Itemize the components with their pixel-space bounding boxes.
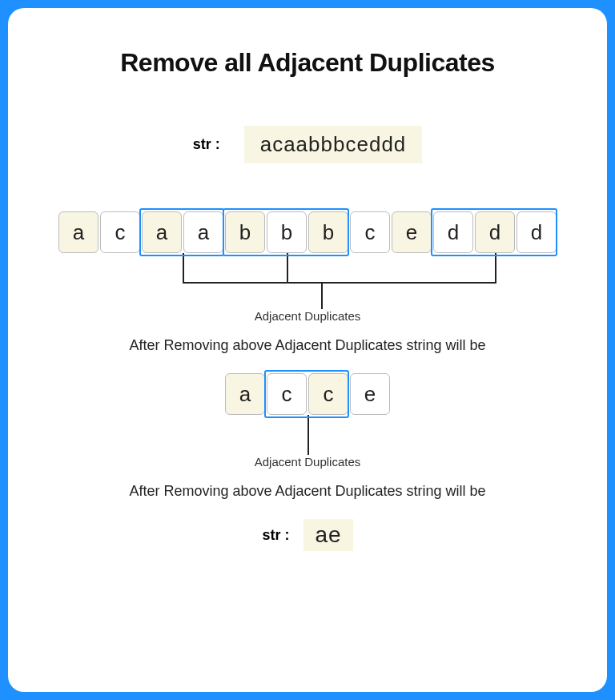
page-title: Remove all Adjacent Duplicates — [32, 48, 583, 78]
connector-vertical — [287, 253, 288, 282]
connector-vertical — [183, 253, 184, 282]
input-value-box: acaabbbceddd — [244, 126, 423, 163]
diagram-frame: Remove all Adjacent Duplicates str : aca… — [8, 8, 607, 692]
duplicate-group-box — [223, 208, 349, 256]
connector-vertical — [495, 253, 496, 282]
output-string-line: str : ae — [32, 519, 583, 551]
row2-connectors — [32, 415, 583, 455]
char-row-2: acce — [224, 373, 391, 415]
duplicate-group-box — [139, 208, 224, 256]
connector-stem — [321, 282, 323, 309]
char-cell: a — [58, 211, 98, 253]
connector-stem — [308, 436, 309, 455]
char-row-1: acaabbbceddd — [58, 211, 557, 253]
duplicate-group-box — [431, 208, 557, 256]
char-cell: c — [350, 211, 390, 253]
caption-after-step1: After Removing above Adjacent Duplicates… — [32, 337, 583, 354]
duplicate-group-box — [264, 370, 349, 418]
row1-connectors — [32, 253, 583, 309]
char-cell: e — [392, 211, 432, 253]
char-cell: a — [225, 373, 265, 415]
connector-horizontal — [183, 282, 496, 284]
char-cell: c — [100, 211, 140, 253]
caption-after-step2: After Removing above Adjacent Duplicates… — [32, 483, 583, 500]
input-string-line: str : acaabbbceddd — [32, 126, 583, 163]
output-label: str : — [262, 527, 289, 544]
output-value-box: ae — [303, 519, 352, 551]
row2-annotation-label: Adjacent Duplicates — [32, 455, 583, 469]
row1-annotation-label: Adjacent Duplicates — [32, 309, 583, 323]
input-label: str : — [193, 136, 220, 153]
char-cell: e — [350, 373, 390, 415]
